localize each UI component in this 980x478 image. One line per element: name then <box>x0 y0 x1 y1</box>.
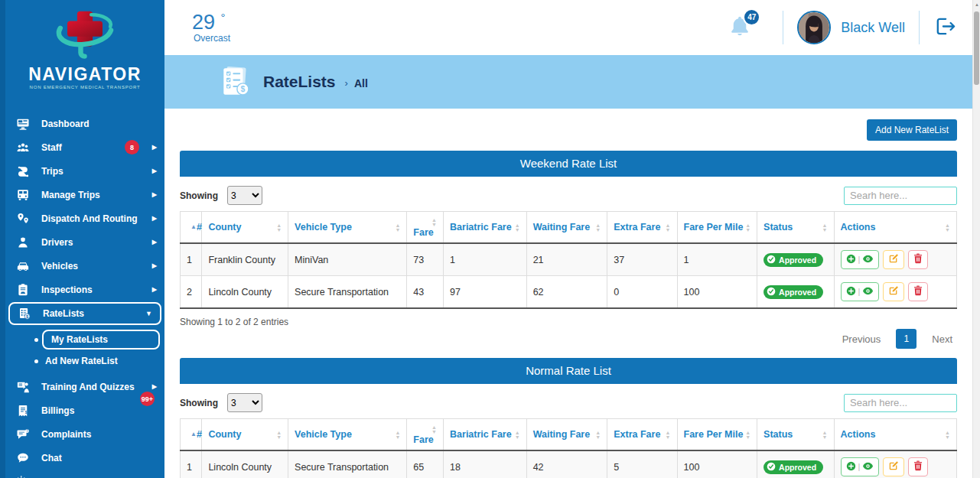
sidebar-item-vehicles[interactable]: Vehicles▶ <box>5 254 164 278</box>
previous-page-button[interactable]: Previous <box>838 330 886 348</box>
training-icon <box>16 379 36 394</box>
app-logo[interactable]: NAVIGATOR NON EMERGENCY MEDICAL TRANSPOR… <box>5 0 164 112</box>
sidebar-item-complaints[interactable]: !Complaints <box>5 422 164 446</box>
weather-icon <box>16 474 36 478</box>
column-header[interactable]: ▲▼Vehicle Type <box>288 419 407 451</box>
page-size-select[interactable]: 3 <box>227 393 262 412</box>
page-size-select[interactable]: 3 <box>227 186 262 205</box>
chevron-down-icon: ▼ <box>145 310 152 317</box>
column-header[interactable]: ▲▼Bariatric Fare <box>444 419 527 451</box>
column-header[interactable]: ▲▼Extra Fare <box>607 212 677 244</box>
column-header[interactable]: ▲▼Waiting Fare <box>526 212 607 244</box>
column-header[interactable]: ▲▼Actions <box>834 419 956 451</box>
divider: | <box>858 255 861 264</box>
delete-button[interactable] <box>908 457 928 476</box>
cell-extra-fare: 0 <box>607 276 677 309</box>
cell-bariatric-fare: 1 <box>444 243 527 276</box>
logo-cross-icon <box>50 6 120 67</box>
cell-vehicle-type: MiniVan <box>288 243 407 276</box>
sidebar-item-weather[interactable]: Weather <box>5 470 164 478</box>
dispatch-icon <box>16 211 36 226</box>
view-button[interactable]: | <box>841 457 880 476</box>
table-row: 2Lincoln CountySecure Transportation4397… <box>181 276 957 309</box>
sidebar-submenu: My RateListsAd New RateList <box>5 326 164 375</box>
column-header[interactable]: ▲▼Status <box>757 212 834 244</box>
sidebar-item-label: Manage Trips <box>41 190 100 200</box>
scrollbar-thumb[interactable] <box>974 11 979 85</box>
trash-icon <box>913 253 923 266</box>
column-header[interactable]: ▲# <box>181 212 202 244</box>
plus-circle-icon <box>846 461 856 473</box>
content: Add New RateList Weekend Rate ListShowin… <box>164 109 980 478</box>
sort-icon: ▲▼ <box>822 223 828 232</box>
column-header[interactable]: ▲▼County <box>202 212 288 244</box>
edit-button[interactable] <box>883 250 904 269</box>
view-button[interactable]: | <box>841 282 880 301</box>
sort-icon: ▲▼ <box>666 223 671 232</box>
plus-circle-icon <box>846 286 856 298</box>
sidebar-item-billings[interactable]: $Billings99+ <box>5 398 164 422</box>
edit-button[interactable] <box>883 282 904 301</box>
chat-icon <box>16 450 36 465</box>
column-header[interactable]: ▲▼County <box>202 419 288 451</box>
column-header[interactable]: ▲▼Fare Per Mile <box>677 419 757 451</box>
sidebar-item-chat[interactable]: Chat <box>5 446 164 470</box>
sidebar-item-staff[interactable]: Staff8▶ <box>5 135 164 159</box>
chevron-right-icon: ▶ <box>152 262 157 269</box>
edit-button[interactable] <box>883 457 904 476</box>
search-input[interactable] <box>844 394 957 412</box>
page-scrollbar[interactable]: ▲ <box>972 0 980 478</box>
column-header[interactable]: ▲▼Waiting Fare <box>526 419 607 451</box>
sidebar-subitem-ad-new-ratelist[interactable]: Ad New RateList <box>5 351 164 371</box>
pencil-square-icon <box>888 285 899 298</box>
delete-button[interactable] <box>908 250 928 269</box>
scrollbar-up-arrow[interactable]: ▲ <box>973 2 980 7</box>
cell-num: 1 <box>181 243 202 276</box>
notifications-button[interactable]: 47 <box>728 14 752 41</box>
header-row: ▲#▲▼County▲▼Vehicle Type▲▼Fare▲▼Bariatri… <box>181 419 957 451</box>
column-header[interactable]: ▲▼Vehicle Type <box>288 212 407 244</box>
search-input[interactable] <box>844 187 957 205</box>
sidebar-subitem-my-ratelists[interactable]: My RateLists <box>5 330 164 350</box>
avatar[interactable] <box>797 11 831 44</box>
sidebar-item-manage-trips[interactable]: Manage Trips▶ <box>5 183 164 206</box>
notification-count-badge: 47 <box>743 8 760 26</box>
sidebar-item-dashboard[interactable]: Dashboard <box>5 112 164 135</box>
column-header[interactable]: ▲▼Bariatric Fare <box>444 212 527 244</box>
cell-county: Lincoln County <box>202 450 288 478</box>
cell-fare: 65 <box>407 450 444 478</box>
vehicles-icon <box>16 259 36 273</box>
cell-fare: 73 <box>407 243 444 276</box>
next-page-button[interactable]: Next <box>927 330 957 348</box>
bullet-icon <box>34 338 38 342</box>
column-header[interactable]: ▲▼Fare <box>407 212 444 244</box>
cell-fare-per-mile: 1 <box>677 243 757 276</box>
column-header[interactable]: ▲▼Fare <box>407 419 444 451</box>
view-button[interactable]: | <box>841 250 880 269</box>
column-header[interactable]: ▲▼Actions <box>834 212 956 244</box>
app-root: NAVIGATOR NON EMERGENCY MEDICAL TRANSPOR… <box>0 0 980 478</box>
column-header[interactable]: ▲▼Status <box>757 419 834 451</box>
add-new-ratelist-button[interactable]: Add New RateList <box>867 119 957 141</box>
column-header[interactable]: ▲▼Fare Per Mile <box>677 212 757 244</box>
pagination: Previous1Next <box>180 329 957 349</box>
column-header[interactable]: ▲▼Extra Fare <box>607 419 677 451</box>
page-number-button[interactable]: 1 <box>896 329 917 349</box>
sort-icon: ▲▼ <box>945 431 950 440</box>
sidebar-badge: 99+ <box>140 392 155 406</box>
column-header[interactable]: ▲# <box>181 419 202 451</box>
sidebar-item-label: Trips <box>41 166 63 177</box>
sidebar-item-dispatch-and-routing[interactable]: Dispatch And Routing▶ <box>5 206 164 230</box>
sidebar-item-ratelists[interactable]: $RateLists▼ <box>8 302 161 325</box>
cell-extra-fare: 5 <box>607 450 677 478</box>
sidebar-item-label: Chat <box>41 453 62 463</box>
sidebar-item-inspections[interactable]: Inspections▶ <box>5 278 164 301</box>
sidebar-item-drivers[interactable]: Drivers▶ <box>5 230 164 254</box>
logout-button[interactable] <box>933 15 957 41</box>
sidebar-item-trips[interactable]: Trips▶ <box>5 159 164 183</box>
delete-button[interactable] <box>908 282 928 301</box>
divider <box>783 11 783 44</box>
sidebar-item-label: Complaints <box>41 429 91 440</box>
topbar-right: 47 Black Well <box>728 11 957 44</box>
cell-fare-per-mile: 100 <box>677 276 757 309</box>
